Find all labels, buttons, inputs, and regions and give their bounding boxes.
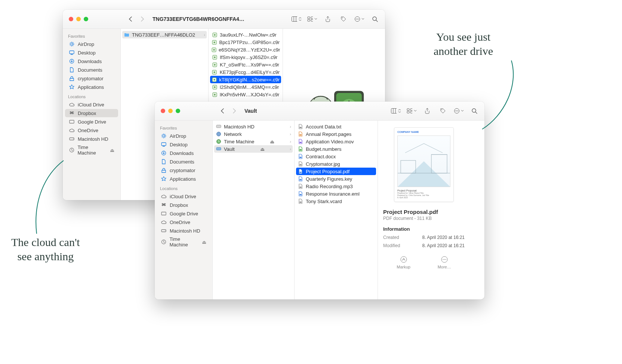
file-row[interactable]: Budget.numbers [295,145,378,153]
search-button[interactable] [370,14,380,24]
file-row[interactable]: Application Video.mov [295,138,378,145]
svg-point-26 [214,56,215,58]
sidebar-icon [161,211,167,217]
window-title: TNG733EEFVTG6B4WR6OGNFFA4… [153,16,244,22]
sidebar-item-google-drive[interactable]: Google Drive [65,118,118,126]
volume-row-network[interactable]: Network › [213,130,294,138]
action-button[interactable] [454,106,464,116]
sidebar-item-applications[interactable]: Applications [157,175,210,183]
back-button[interactable] [126,14,136,24]
more-action[interactable]: More… [438,256,451,269]
sidebar-item-applications[interactable]: Applications [65,83,118,91]
group-by-button[interactable] [407,106,416,116]
file-row[interactable]: kT8ljYGKglN…s2oew==.c9r [210,76,281,83]
file-row[interactable]: Contract.docx [295,153,378,160]
encrypted-file-icon [212,77,217,83]
tags-button[interactable] [339,14,348,24]
sidebar-item-onedrive[interactable]: OneDrive [65,126,118,134]
created-label: Created [383,235,399,240]
file-row[interactable]: Quarterly Figures.key [295,175,378,183]
eject-icon[interactable]: ⏏ [202,239,206,245]
maximize-button[interactable] [176,109,180,113]
volume-row-vault[interactable]: Vault ⏏ › [214,145,293,153]
minimize-button[interactable] [76,17,81,21]
sidebar: Favorites AirDrop Desktop Downloads Docu… [63,29,121,200]
eject-icon[interactable]: ⏏ [110,147,114,153]
sidebar-item-dropbox[interactable]: Dropbox [157,201,210,209]
close-button[interactable] [69,17,73,21]
sidebar-icon [69,136,75,142]
sidebar-item-time-machine[interactable]: Time Machine ⏏ [65,143,118,157]
sidebar-item-airdrop[interactable]: AirDrop [157,132,210,140]
file-row[interactable]: l2ShdlQ8nM…4SMQ==.c9r [209,83,283,91]
file-row[interactable]: Bpc17PTPzu…GlP85o=.c9r [209,38,283,46]
file-row[interactable]: IfSm-kiqoyv…yJ6SZ0=.c9r [209,53,283,61]
sidebar-item-dropbox[interactable]: Dropbox [65,109,118,117]
forward-button[interactable] [229,106,239,116]
volume-row-macintosh-hd[interactable]: Macintosh HD › [213,123,294,130]
group-by-button[interactable] [307,14,317,24]
sidebar-item-desktop[interactable]: Desktop [157,140,210,149]
sidebar-item-downloads[interactable]: Downloads [65,57,118,65]
file-row[interactable]: K7_oSwlFtc…Xs9Fw==.c9r [209,61,283,68]
svg-point-7 [356,19,357,19]
file-row[interactable]: e6SGNqY28…YzEX2U=.c9r [209,46,283,53]
view-columns-button[interactable] [292,14,301,24]
sidebar-item-macintosh-hd[interactable]: Macintosh HD [65,135,118,143]
share-button[interactable] [422,106,432,116]
sidebar-header-favorites: Favorites [63,31,120,40]
eject-icon[interactable]: ⏏ [260,146,265,152]
file-row[interactable]: Project Proposal.pdf [296,168,376,175]
action-button[interactable] [354,14,364,24]
sidebar-icon [69,75,75,81]
volume-row-time-machine[interactable]: Time Machine ⏏ › [213,138,294,145]
sidebar-item-cryptomator[interactable]: cryptomator [157,166,210,174]
file-row[interactable]: Annual Report.pages [295,130,378,138]
column-2: Account Data.txt Annual Report.pages App… [295,121,378,299]
svg-point-34 [214,86,215,88]
sidebar-item-documents[interactable]: Documents [157,158,210,166]
sidebar-item-documents[interactable]: Documents [65,66,118,74]
file-row[interactable]: KE73pjFccg…d4ElLyY=.c9r [209,68,283,76]
svg-rect-76 [216,147,221,150]
svg-point-24 [213,49,215,50]
sidebar-item-icloud-drive[interactable]: iCloud Drive [157,192,210,200]
tags-button[interactable] [438,106,448,116]
file-row[interactable]: Tony Stark.vcard [295,197,378,205]
svg-point-65 [163,135,165,137]
back-button[interactable] [218,106,228,116]
encrypted-file-icon [212,84,218,90]
eject-icon[interactable]: ⏏ [270,139,274,144]
sidebar-item-macintosh-hd[interactable]: Macintosh HD [157,227,210,235]
svg-rect-82 [300,164,302,165]
share-button[interactable] [323,14,333,24]
sidebar-item-cryptomator[interactable]: cryptomator [65,74,118,83]
markup-action[interactable]: Markup [397,256,410,269]
sidebar-item-airdrop[interactable]: AirDrop [65,40,118,48]
forward-button[interactable] [137,14,147,24]
file-row[interactable]: Response Insurance.eml [295,190,378,197]
sidebar-item-time-machine[interactable]: Time Machine ⏏ [157,235,210,249]
maximize-button[interactable] [84,17,88,21]
sidebar-item-label: Time Machine [169,236,199,248]
sidebar-item-icloud-drive[interactable]: iCloud Drive [65,100,118,109]
sidebar-item-downloads[interactable]: Downloads [157,149,210,157]
file-row[interactable]: lKxPn5vHW…XJO4sY=.c9r [209,91,283,98]
file-row[interactable]: Cryptomator.jpg [295,160,378,168]
sidebar-item-desktop[interactable]: Desktop [65,49,118,57]
sidebar-item-label: Documents [78,67,102,73]
minimize-button[interactable] [168,109,173,113]
svg-rect-4 [311,19,313,21]
close-button[interactable] [161,109,165,113]
folder-row[interactable]: TNG733EEF…NFFA46DLO2 › [122,31,207,38]
file-name: Radio Recording.mp3 [306,184,353,189]
file-row[interactable]: Radio Recording.mp3 [295,183,378,190]
sidebar-item-onedrive[interactable]: OneDrive [157,218,210,226]
view-columns-button[interactable] [391,106,401,116]
annotation-arrow-right [478,60,523,131]
sidebar-icon [69,127,75,133]
file-row[interactable]: Account Data.txt [295,123,378,130]
file-row[interactable]: 3au9uxLfY-…NwlOlw=.c9r [209,31,283,38]
sidebar-item-google-drive[interactable]: Google Drive [157,209,210,218]
file-name: Annual Report.pages [306,131,351,137]
